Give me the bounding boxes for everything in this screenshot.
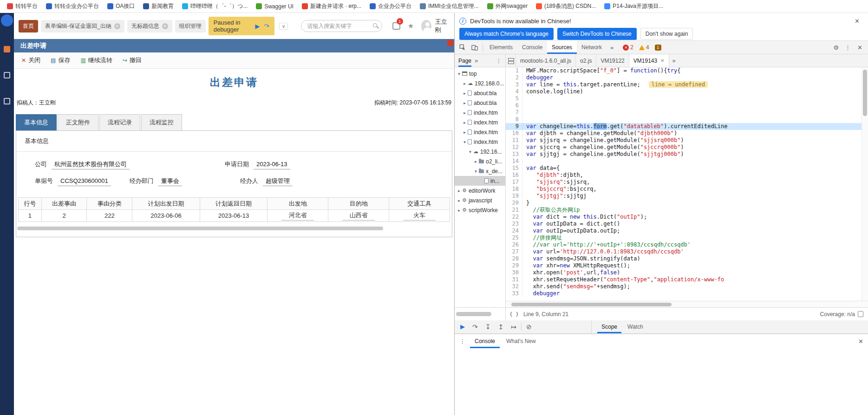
- tree-arrow-icon[interactable]: ▾: [468, 149, 473, 154]
- navigator-more-tabs-icon[interactable]: »: [475, 57, 478, 64]
- more-panels-icon[interactable]: »: [607, 44, 617, 51]
- tree-arrow-icon[interactable]: ▸: [462, 110, 467, 115]
- tree-arrow-icon[interactable]: ▸: [473, 159, 478, 164]
- code-line[interactable]: 31 xhr.setRequestHeader("content-Type","…: [506, 276, 861, 283]
- app-tab[interactable]: 表单编辑-保证金退回_出纳✕: [41, 20, 124, 32]
- code-line[interactable]: 3var line = this.target.parentLine;line …: [506, 81, 861, 88]
- form-hscrollbar[interactable]: [17, 227, 383, 230]
- app-logo[interactable]: [1, 14, 13, 26]
- drawer-menu-icon[interactable]: ⋮: [455, 334, 470, 348]
- navigator-hscrollbar[interactable]: [455, 308, 506, 320]
- code-line[interactable]: 22 var dict = new this.Dict("outIp");: [506, 214, 861, 220]
- deactivate-breakpoints-icon[interactable]: ⊘: [526, 324, 532, 330]
- code-line[interactable]: 4console.log(line): [506, 88, 861, 95]
- code-line[interactable]: 14: [506, 158, 861, 165]
- save-button[interactable]: ▤保存: [51, 56, 70, 65]
- file-tab-close-icon[interactable]: ✕: [660, 58, 664, 63]
- table-cell[interactable]: 河北省: [268, 210, 328, 222]
- tab-close-icon[interactable]: ✕: [162, 23, 168, 29]
- pane-tab-scope[interactable]: Scope: [597, 320, 621, 333]
- hscrollbar-thumb[interactable]: [511, 303, 672, 306]
- code-line[interactable]: 13var sjjtgj = changeline.getModule("sjj…: [506, 151, 861, 158]
- tree-arrow-icon[interactable]: ▸: [462, 120, 467, 125]
- code-line[interactable]: 17 "sjjsrq":sjjsrq,: [506, 179, 861, 186]
- coverage-icon[interactable]: [858, 311, 863, 317]
- tree-item[interactable]: ▾index.htm: [455, 137, 505, 147]
- tree-arrow-icon[interactable]: ▸: [457, 188, 462, 193]
- editor-hscrollbar[interactable]: [506, 301, 868, 307]
- debugger-step-over-icon[interactable]: ↷: [264, 22, 269, 30]
- tree-arrow-icon[interactable]: ▾: [462, 140, 467, 144]
- code-line[interactable]: 6: [506, 102, 861, 109]
- app-tab[interactable]: 首页: [19, 20, 38, 32]
- resume-icon[interactable]: ▶: [460, 324, 465, 330]
- rail-doc-icon[interactable]: [4, 72, 10, 78]
- settings-gear-icon[interactable]: ⚙: [830, 44, 842, 51]
- issues-badge[interactable]: 1: [655, 45, 661, 51]
- step-over-icon[interactable]: ↷: [472, 324, 478, 330]
- code-line[interactable]: 12var sjccrq = changeline.getModule("sjc…: [506, 144, 861, 151]
- tab-group-icon[interactable]: [506, 54, 516, 67]
- rail-folder-icon[interactable]: [4, 98, 10, 104]
- code-line[interactable]: 8: [506, 116, 861, 123]
- code-line[interactable]: 18 "bsjccrq":bsjccrq,: [506, 186, 861, 193]
- drawer-tab[interactable]: What's New: [502, 334, 541, 348]
- devtools-tab-console[interactable]: Console: [517, 41, 547, 54]
- tree-item[interactable]: ▸index.htm: [455, 117, 505, 127]
- code-line[interactable]: 9var changeline=this.form.get("datatable…: [506, 123, 861, 130]
- bookmark-item[interactable]: 新建合并请求 · erp...: [299, 1, 365, 12]
- code-line[interactable]: 29 var xhr=new XMLHttpRequest();: [506, 262, 861, 269]
- banner-button[interactable]: Don't show again: [640, 28, 693, 40]
- table-cell[interactable]: 2023-06-13: [200, 210, 268, 222]
- device-toolbar-icon[interactable]: [469, 41, 481, 54]
- bookmark-item[interactable]: OA接口: [104, 1, 138, 12]
- field-value[interactable]: 董事会: [158, 177, 182, 186]
- tree-item[interactable]: ▸⚙editorWork: [455, 186, 505, 195]
- tree-item[interactable]: ▸o2_li...: [455, 156, 505, 166]
- step-icon[interactable]: ↦: [511, 324, 516, 330]
- close-button[interactable]: ✕关闭: [21, 56, 40, 65]
- banner-button[interactable]: Always match Chrome's language: [459, 28, 554, 40]
- table-cell[interactable]: 火车: [389, 210, 450, 222]
- bookmark-item[interactable]: 哔哩哔哩（゜-゜）つ...: [179, 1, 251, 12]
- step-out-icon[interactable]: ↥: [498, 324, 503, 330]
- alert-flag-icon[interactable]: [447, 40, 453, 46]
- navigator-menu-icon[interactable]: ⋮: [496, 58, 502, 64]
- editor-vscrollbar[interactable]: [861, 67, 868, 301]
- collapse-chevron-icon[interactable]: ∨: [279, 23, 288, 30]
- bookmark-item[interactable]: 企业办公平台: [366, 1, 415, 12]
- table-cell[interactable]: 2023-06-06: [132, 210, 200, 222]
- tree-item[interactable]: in...: [455, 176, 505, 186]
- field-value[interactable]: 杭州蓝然技术股份有限公司: [52, 161, 130, 169]
- code-line[interactable]: 30 xhr.open('post',url,false): [506, 269, 861, 276]
- messages-icon[interactable]: 1: [392, 22, 400, 30]
- bookmark-item[interactable]: IMMI企业信息管理...: [417, 1, 482, 12]
- tree-item[interactable]: ▸☁192.168.0...: [455, 78, 505, 88]
- tree-item[interactable]: ▾☁192.16...: [455, 147, 505, 156]
- withdraw-button[interactable]: ↪撤回: [123, 56, 142, 65]
- file-tab[interactable]: VM19122: [596, 54, 629, 67]
- more-file-tabs-icon[interactable]: »: [669, 54, 679, 67]
- devtools-tab-sources[interactable]: Sources: [547, 41, 577, 54]
- navigator-scroll-thumb[interactable]: [456, 312, 491, 316]
- devtools-tab-elements[interactable]: Elements: [485, 41, 517, 54]
- tree-item[interactable]: ▸⚙javascript: [455, 195, 505, 205]
- error-badge[interactable]: ✕ 2: [623, 44, 633, 51]
- bookmark-item[interactable]: P14-Java开源项目...: [601, 1, 666, 12]
- continue-flow-button[interactable]: ▥继续流转: [80, 56, 112, 65]
- tree-arrow-icon[interactable]: ▾: [473, 169, 478, 174]
- tree-item[interactable]: ▾x_de...: [455, 166, 505, 176]
- file-tab[interactable]: mootools-1.6.0_all.js: [516, 54, 576, 67]
- bookmark-item[interactable]: 转转平台: [4, 1, 41, 12]
- favorites-icon[interactable]: ★: [408, 22, 414, 30]
- doc-tab-1[interactable]: 正文附件: [58, 114, 98, 130]
- code-line[interactable]: 2debugger: [506, 74, 861, 81]
- code-line[interactable]: 16 "djbth":djbth,: [506, 172, 861, 179]
- code-line[interactable]: 26 //var url='http://'+outIp+':8983/ccsq…: [506, 241, 861, 248]
- tree-item[interactable]: ▸about:bla: [455, 88, 505, 98]
- doc-tab-0[interactable]: 基本信息: [16, 114, 57, 130]
- code-line[interactable]: 19 "sjjtgj":sjjtgj: [506, 193, 861, 200]
- banner-button[interactable]: Switch DevTools to Chinese: [557, 28, 637, 40]
- field-value[interactable]: CCSQ230600001: [58, 177, 111, 186]
- bookmark-item[interactable]: 转转企业办公平台: [43, 1, 102, 12]
